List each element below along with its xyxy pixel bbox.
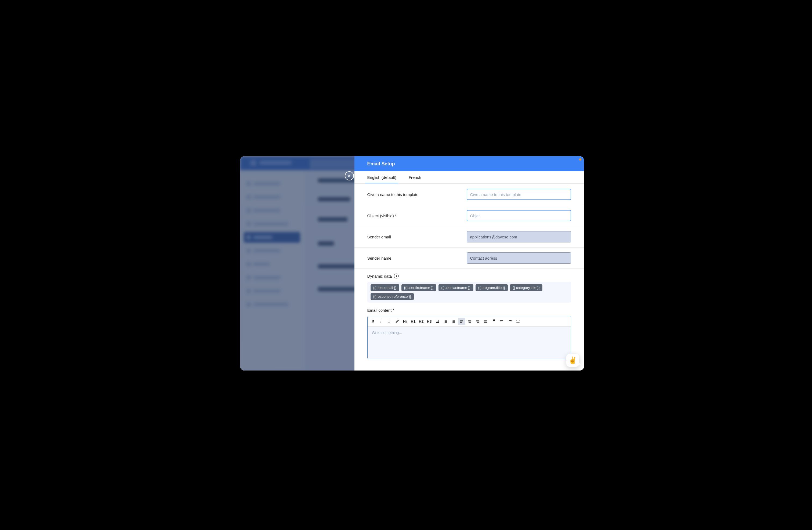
fullscreen-button[interactable] (514, 318, 522, 325)
help-fab[interactable]: ✌️ (566, 354, 579, 367)
image-icon (435, 319, 439, 324)
input-object[interactable] (467, 210, 571, 221)
align-left-button[interactable] (458, 318, 465, 325)
email-content-section: Email content * B I U Hr H1 H2 H3 (354, 308, 584, 365)
align-center-button[interactable] (466, 318, 474, 325)
editor-toolbar: B I U Hr H1 H2 H3 (367, 316, 571, 327)
list-ol-icon (451, 319, 456, 324)
email-setup-panel: Email Setup English (default) French Giv… (354, 156, 584, 370)
chip-user-lastname[interactable]: {{ user.lastname }} (438, 284, 474, 291)
list-ul-icon (443, 319, 448, 324)
bold-button[interactable]: B (369, 318, 377, 325)
h3-button[interactable]: H3 (425, 318, 433, 325)
dynamic-data-title: Dynamic data (367, 274, 392, 278)
expand-icon (516, 319, 520, 324)
stage: Email Setup English (default) French Giv… (226, 147, 587, 383)
chip-response-reference[interactable]: {{ response.reference }} (371, 293, 414, 300)
chip-program-title[interactable]: {{ program.title }} (476, 284, 508, 291)
email-content-title: Email content * (367, 308, 394, 312)
chip-user-firstname[interactable]: {{ user.firstname }} (402, 284, 436, 291)
align-center-icon (467, 319, 472, 324)
editor-body[interactable]: Write something... (367, 327, 571, 359)
chip-user-email[interactable]: {{ user.email }} (371, 284, 399, 291)
close-button[interactable] (345, 171, 354, 180)
input-sender-email (467, 231, 571, 242)
link-icon (395, 319, 399, 324)
h1-button[interactable]: H1 (409, 318, 417, 325)
notification-dot (579, 158, 581, 161)
undo-button[interactable] (498, 318, 506, 325)
align-justify-button[interactable] (482, 318, 490, 325)
tab-french[interactable]: French (407, 171, 423, 183)
dynamic-data-section: Dynamic data i {{ user.email }} {{ user.… (354, 269, 584, 308)
rich-text-editor: B I U Hr H1 H2 H3 (367, 316, 571, 359)
close-icon (347, 174, 351, 178)
info-icon[interactable]: i (394, 274, 399, 278)
label-template-name: Give a name to this template (367, 192, 461, 197)
align-justify-icon (483, 319, 488, 324)
redo-icon (508, 319, 512, 324)
italic-button[interactable]: I (377, 318, 385, 325)
label-sender-email: Sender email (367, 235, 461, 239)
tab-english[interactable]: English (default) (365, 171, 398, 183)
app-window: Email Setup English (default) French Giv… (240, 156, 584, 370)
ol-button[interactable] (450, 318, 457, 325)
image-button[interactable] (434, 318, 441, 325)
label-object: Object (visible) * (367, 214, 461, 218)
hr-button[interactable]: Hr (402, 318, 409, 325)
dynamic-chip-area: {{ user.email }} {{ user.firstname }} {{… (367, 282, 571, 303)
ul-button[interactable] (442, 318, 449, 325)
input-sender-name (467, 252, 571, 264)
h2-button[interactable]: H2 (418, 318, 425, 325)
underline-button[interactable]: U (385, 318, 393, 325)
input-template-name[interactable] (467, 189, 571, 200)
link-button[interactable] (393, 318, 401, 325)
redo-button[interactable] (506, 318, 514, 325)
align-left-icon (460, 319, 464, 324)
undo-icon (500, 319, 504, 324)
victory-hand-icon: ✌️ (568, 356, 577, 365)
panel-title: Email Setup (354, 156, 584, 171)
quote-button[interactable]: ❝ (490, 318, 497, 325)
language-tabs: English (default) French (354, 171, 584, 183)
align-right-button[interactable] (474, 318, 481, 325)
chip-category-title[interactable]: {{ category.title }} (510, 284, 542, 291)
align-right-icon (476, 319, 480, 324)
label-sender-name: Sender name (367, 256, 461, 261)
